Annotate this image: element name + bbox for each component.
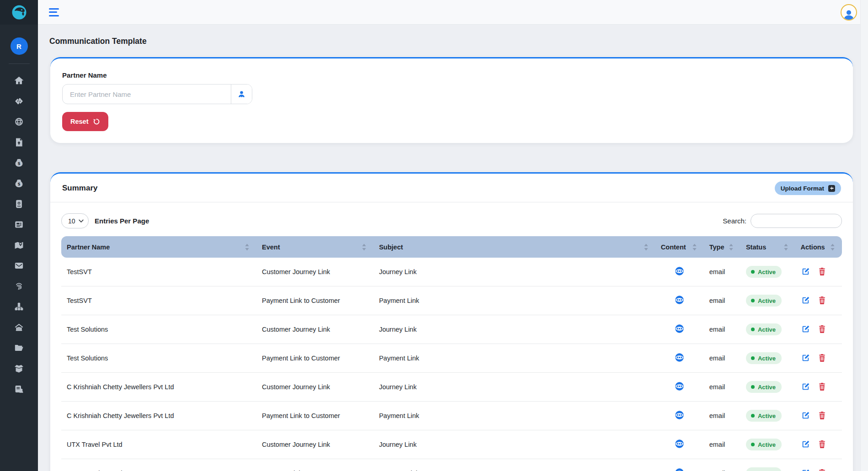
delete-button[interactable] xyxy=(817,324,827,335)
eye-icon xyxy=(675,439,684,449)
page-scrollbar[interactable] xyxy=(860,0,868,471)
sidebar-user-avatar[interactable]: R xyxy=(11,37,28,55)
view-content-button[interactable] xyxy=(674,438,685,451)
money-bag-icon[interactable]: $ xyxy=(10,155,28,171)
fingerprint-icon[interactable] xyxy=(10,279,28,294)
topbar xyxy=(38,0,868,25)
delete-button[interactable] xyxy=(817,410,827,422)
partner-name-cell: TestSVT xyxy=(61,258,256,286)
event-cell: Payment Link to Customer xyxy=(256,459,373,471)
trash-icon xyxy=(818,354,826,362)
status-badge: Active xyxy=(746,439,782,450)
column-header-status[interactable]: Status xyxy=(740,236,795,258)
status-badge: Active xyxy=(746,467,782,471)
delete-button[interactable] xyxy=(817,381,827,393)
house-user-icon[interactable] xyxy=(10,320,28,335)
table-header-row: Partner Name Event Subject Content Type … xyxy=(61,236,842,258)
status-dot-icon xyxy=(751,270,755,274)
column-header-partner-name[interactable]: Partner Name xyxy=(61,236,256,258)
edit-button[interactable] xyxy=(801,324,811,335)
eye-icon xyxy=(675,468,684,471)
view-content-button[interactable] xyxy=(674,323,685,336)
trash-icon xyxy=(818,469,826,471)
event-cell: Payment Link to Customer xyxy=(256,286,373,315)
partner-filter-card: Partner Name Reset xyxy=(50,57,853,143)
summary-card: Summary Upload Format 10 Entries Per Pag… xyxy=(50,172,853,471)
edit-button[interactable] xyxy=(801,410,811,422)
column-header-type[interactable]: Type xyxy=(704,236,740,258)
edit-button[interactable] xyxy=(801,468,811,471)
map-location-icon[interactable] xyxy=(10,238,28,253)
subject-cell: Payment Link xyxy=(373,286,655,315)
envelope-icon[interactable] xyxy=(10,258,28,274)
view-content-button[interactable] xyxy=(674,294,685,307)
org-chart-icon[interactable] xyxy=(10,299,28,315)
hamburger-menu-icon[interactable] xyxy=(49,8,59,16)
newspaper-icon[interactable] xyxy=(10,217,28,233)
profile-button[interactable] xyxy=(841,4,857,21)
edit-button[interactable] xyxy=(801,381,811,393)
view-content-button[interactable] xyxy=(674,381,685,393)
file-upload-icon[interactable] xyxy=(10,135,28,150)
column-header-subject[interactable]: Subject xyxy=(373,236,655,258)
edit-button[interactable] xyxy=(801,295,811,307)
type-cell: email xyxy=(704,402,740,430)
edit-button[interactable] xyxy=(801,353,811,364)
partner-name-cell: UTX Travel Pvt Ltd xyxy=(61,459,256,471)
status-dot-icon xyxy=(751,443,755,446)
table-row: UTX Travel Pvt Ltd Payment Link to Custo… xyxy=(61,459,842,471)
trash-icon xyxy=(818,440,826,448)
edit-button[interactable] xyxy=(801,266,811,278)
edit-button[interactable] xyxy=(801,439,811,450)
delete-button[interactable] xyxy=(817,439,827,450)
column-header-event[interactable]: Event xyxy=(256,236,373,258)
delete-button[interactable] xyxy=(817,468,827,471)
box-open-icon[interactable] xyxy=(10,361,28,376)
view-content-button[interactable] xyxy=(674,409,685,422)
sort-icon xyxy=(245,243,249,250)
home-icon[interactable] xyxy=(10,73,28,89)
search-input[interactable] xyxy=(751,214,842,228)
table-row: Test Solutions Customer Journey Link Jou… xyxy=(61,315,842,344)
view-content-button[interactable] xyxy=(674,265,685,278)
edit-pencil-icon xyxy=(802,325,810,333)
column-header-actions[interactable]: Actions xyxy=(795,236,842,258)
column-header-content[interactable]: Content xyxy=(655,236,704,258)
reset-button[interactable]: Reset xyxy=(62,112,108,131)
partner-name-input[interactable] xyxy=(63,85,231,104)
edit-pencil-icon xyxy=(802,354,810,362)
partner-lookup-button[interactable] xyxy=(231,85,252,104)
status-badge: Active xyxy=(746,295,782,307)
event-cell: Customer Journey Link xyxy=(256,373,373,402)
status-dot-icon xyxy=(751,328,755,331)
entries-per-page-select[interactable]: 10 xyxy=(61,213,89,228)
partner-user-icon xyxy=(237,90,246,99)
trash-icon xyxy=(818,296,826,304)
view-content-button[interactable] xyxy=(674,352,685,365)
delete-button[interactable] xyxy=(817,295,827,307)
partner-name-cell: C Krishniah Chetty Jewellers Pvt Ltd xyxy=(61,373,256,402)
main-content: Communication Template Partner Name Rese… xyxy=(38,25,868,471)
eye-icon xyxy=(675,295,684,305)
table-row: Test Solutions Payment Link to Customer … xyxy=(61,344,842,373)
user-card-icon[interactable] xyxy=(10,381,28,397)
templates-table: Partner Name Event Subject Content Type … xyxy=(61,236,842,471)
upload-format-button[interactable]: Upload Format xyxy=(775,181,841,195)
passport-icon[interactable] xyxy=(10,196,28,212)
table-row: C Krishniah Chetty Jewellers Pvt Ltd Pay… xyxy=(61,402,842,430)
eye-icon xyxy=(675,266,684,276)
folder-open-icon[interactable] xyxy=(10,340,28,356)
app-logo[interactable] xyxy=(0,0,38,25)
globe-icon[interactable] xyxy=(10,114,28,130)
entries-per-page-label: Entries Per Page xyxy=(95,217,149,225)
partner-name-cell: Test Solutions xyxy=(61,344,256,373)
view-content-button[interactable] xyxy=(674,467,685,471)
money-bag-alt-icon[interactable]: $ xyxy=(10,176,28,191)
code-icon[interactable] xyxy=(10,94,28,109)
event-cell: Customer Journey Link xyxy=(256,258,373,286)
delete-button[interactable] xyxy=(817,266,827,278)
user-avatar-icon xyxy=(843,9,855,20)
delete-button[interactable] xyxy=(817,353,827,364)
edit-pencil-icon xyxy=(802,296,810,304)
sort-icon xyxy=(831,243,835,250)
